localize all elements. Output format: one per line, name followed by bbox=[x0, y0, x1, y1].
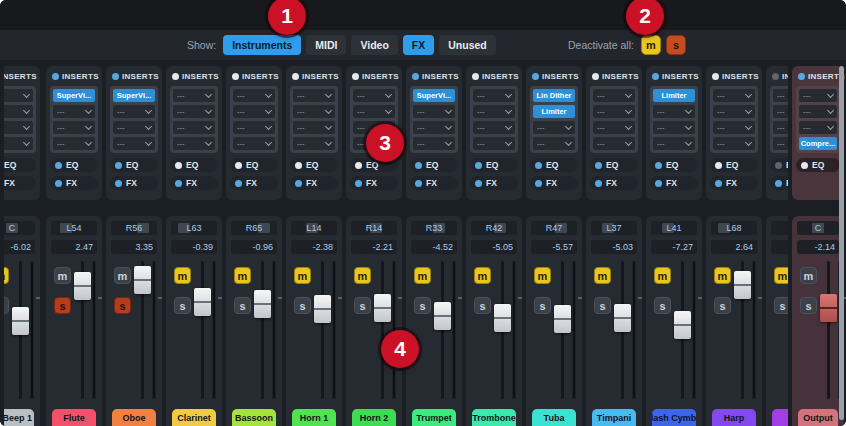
insert-slot[interactable]: --- bbox=[413, 121, 455, 134]
fader-handle[interactable] bbox=[374, 294, 391, 322]
insert-slot[interactable]: --- bbox=[593, 89, 635, 102]
fx-button[interactable]: FX bbox=[50, 176, 98, 190]
eq-button[interactable]: EQ bbox=[4, 158, 36, 172]
pan-control[interactable]: R65 bbox=[231, 221, 277, 235]
fx-button[interactable]: FX bbox=[410, 176, 458, 190]
fx-button[interactable]: FX bbox=[170, 176, 218, 190]
insert-slot[interactable]: --- bbox=[713, 121, 755, 134]
solo-button[interactable]: s bbox=[114, 297, 131, 314]
insert-slot[interactable]: --- bbox=[473, 137, 515, 150]
insert-slot[interactable]: --- bbox=[173, 89, 215, 102]
insert-slot[interactable]: --- bbox=[413, 105, 455, 118]
mute-button[interactable]: m bbox=[114, 267, 131, 284]
insert-slot[interactable]: --- bbox=[653, 121, 695, 134]
pan-control[interactable] bbox=[771, 221, 788, 235]
eq-button[interactable]: EQ bbox=[410, 158, 458, 172]
insert-slot[interactable]: --- bbox=[593, 105, 635, 118]
volume-readout[interactable]: -5.03 bbox=[591, 240, 637, 254]
mute-button[interactable]: m bbox=[234, 267, 251, 284]
mute-button[interactable]: m bbox=[294, 267, 311, 284]
insert-slot[interactable]: --- bbox=[233, 121, 275, 134]
fx-button[interactable]: FX bbox=[470, 176, 518, 190]
insert-slot[interactable]: --- bbox=[4, 121, 33, 134]
insert-slot[interactable]: --- bbox=[713, 89, 755, 102]
insert-slot[interactable]: --- bbox=[4, 89, 33, 102]
insert-slot[interactable]: --- bbox=[653, 137, 695, 150]
fader-handle[interactable] bbox=[194, 288, 211, 316]
solo-button[interactable]: s bbox=[174, 297, 191, 314]
insert-slot[interactable]: --- bbox=[593, 137, 635, 150]
mute-button[interactable]: m bbox=[474, 267, 491, 284]
volume-readout[interactable]: -5.57 bbox=[531, 240, 577, 254]
insert-slot[interactable]: --- bbox=[4, 137, 33, 150]
eq-button[interactable]: EQ bbox=[650, 158, 698, 172]
insert-slot[interactable]: --- bbox=[353, 105, 395, 118]
solo-button[interactable]: s bbox=[774, 297, 788, 314]
mute-button[interactable]: m bbox=[800, 267, 817, 284]
insert-slot[interactable]: --- bbox=[233, 89, 275, 102]
mute-button[interactable]: m bbox=[654, 267, 671, 284]
fader-handle[interactable] bbox=[614, 304, 631, 332]
pan-control[interactable]: R56 bbox=[111, 221, 157, 235]
insert-slot[interactable]: --- bbox=[533, 121, 575, 134]
insert-slot-loaded[interactable]: Lin Dither bbox=[533, 89, 575, 102]
mute-button[interactable]: m bbox=[774, 267, 788, 284]
channel-name[interactable]: Oboe bbox=[112, 409, 156, 426]
channel-name[interactable]: Harp bbox=[712, 409, 756, 426]
fader-handle[interactable] bbox=[494, 304, 511, 332]
insert-slot-loaded[interactable]: Compre... bbox=[799, 137, 837, 150]
mute-button[interactable]: m bbox=[714, 267, 731, 284]
volume-readout[interactable]: -2.14 bbox=[797, 240, 839, 254]
channel-name[interactable]: Trombone bbox=[472, 409, 516, 426]
deactivate-all-solo-button[interactable]: s bbox=[666, 35, 686, 55]
fx-button[interactable]: FX bbox=[110, 176, 158, 190]
insert-slot[interactable]: --- bbox=[653, 105, 695, 118]
solo-button[interactable]: s bbox=[414, 297, 431, 314]
solo-button[interactable]: s bbox=[4, 297, 9, 314]
volume-readout[interactable]: 2.47 bbox=[51, 240, 97, 254]
insert-slot[interactable]: --- bbox=[53, 105, 95, 118]
eq-button[interactable]: EQ bbox=[710, 158, 758, 172]
pan-control[interactable]: L14 bbox=[291, 221, 337, 235]
fx-button[interactable]: FX bbox=[710, 176, 758, 190]
insert-slot[interactable]: --- bbox=[473, 89, 515, 102]
insert-slot[interactable]: --- bbox=[799, 105, 837, 118]
insert-slot[interactable]: --- bbox=[773, 121, 788, 134]
fader-handle[interactable] bbox=[734, 271, 751, 299]
mute-button[interactable]: m bbox=[54, 267, 71, 284]
volume-readout[interactable]: 3.35 bbox=[111, 240, 157, 254]
insert-slot[interactable]: --- bbox=[293, 121, 335, 134]
filter-button-instruments[interactable]: Instruments bbox=[223, 35, 301, 55]
eq-button[interactable]: EQ bbox=[470, 158, 518, 172]
channel-name[interactable]: Clarinet bbox=[172, 409, 216, 426]
fader-handle[interactable] bbox=[674, 311, 691, 339]
insert-slot[interactable]: --- bbox=[533, 137, 575, 150]
pan-control[interactable]: L54 bbox=[51, 221, 97, 235]
volume-readout[interactable]: -0.39 bbox=[171, 240, 217, 254]
fx-button[interactable]: FX bbox=[530, 176, 578, 190]
insert-slot[interactable]: --- bbox=[233, 105, 275, 118]
deactivate-all-mute-button[interactable]: m bbox=[641, 35, 661, 55]
insert-slot-loaded[interactable]: SuperVi... bbox=[413, 89, 455, 102]
channel-name[interactable]: Trumpet bbox=[412, 409, 456, 426]
eq-button[interactable]: EQ bbox=[770, 158, 788, 172]
pan-control[interactable]: R14 bbox=[351, 221, 397, 235]
insert-slot[interactable]: --- bbox=[113, 137, 155, 150]
volume-readout[interactable]: -2.38 bbox=[291, 240, 337, 254]
insert-slot[interactable]: --- bbox=[4, 105, 33, 118]
pan-control[interactable]: R42 bbox=[471, 221, 517, 235]
filter-button-midi[interactable]: MIDI bbox=[306, 35, 346, 55]
insert-slot[interactable]: --- bbox=[713, 105, 755, 118]
mute-button[interactable]: m bbox=[534, 267, 551, 284]
fx-button[interactable]: FX bbox=[590, 176, 638, 190]
insert-slot[interactable]: --- bbox=[293, 105, 335, 118]
channel-name[interactable]: Timpani bbox=[592, 409, 636, 426]
mute-button[interactable]: m bbox=[4, 267, 9, 284]
eq-button[interactable]: EQ bbox=[110, 158, 158, 172]
insert-slot[interactable]: --- bbox=[473, 121, 515, 134]
fader-handle[interactable] bbox=[134, 266, 151, 294]
fader-handle[interactable] bbox=[314, 295, 331, 323]
fader-handle[interactable] bbox=[554, 305, 571, 333]
pan-control[interactable]: L68 bbox=[711, 221, 757, 235]
insert-slot[interactable]: --- bbox=[773, 105, 788, 118]
